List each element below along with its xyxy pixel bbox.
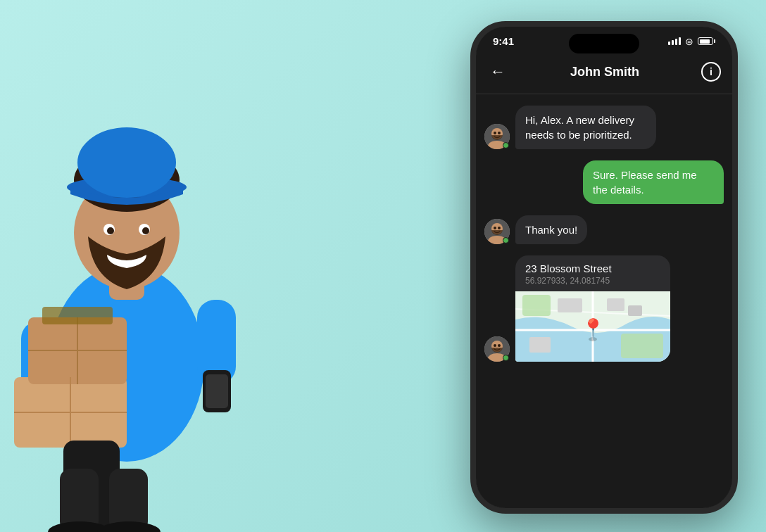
map-pin-icon: 📍 bbox=[581, 317, 605, 341]
svg-point-29 bbox=[494, 132, 496, 134]
signal-bar-4 bbox=[679, 37, 681, 45]
svg-point-33 bbox=[494, 227, 496, 229]
message-bubble-received: Hi, Alex. A new delivery needs to be pri… bbox=[515, 106, 656, 149]
wifi-icon: ⊜ bbox=[685, 36, 693, 47]
message-row: Hi, Alex. A new delivery needs to be pri… bbox=[484, 106, 724, 149]
battery-tip bbox=[714, 39, 715, 43]
info-button[interactable]: i bbox=[701, 62, 721, 82]
svg-point-30 bbox=[498, 132, 501, 134]
avatar bbox=[484, 124, 510, 149]
signal-bar-3 bbox=[675, 39, 677, 45]
message-row-location: 23 Blossom Street 56.927933, 24.081745 bbox=[484, 255, 724, 362]
signal-bar-2 bbox=[672, 40, 674, 45]
phone: 9:41 ⊜ ← John Smi bbox=[470, 21, 738, 514]
message-text: Thank you! bbox=[525, 224, 577, 236]
status-icons: ⊜ bbox=[668, 36, 715, 47]
status-time: 9:41 bbox=[493, 35, 514, 47]
status-bar: 9:41 ⊜ bbox=[476, 27, 732, 53]
svg-rect-21 bbox=[42, 307, 113, 324]
svg-point-34 bbox=[498, 227, 501, 229]
svg-rect-47 bbox=[628, 305, 642, 316]
svg-point-37 bbox=[494, 344, 496, 347]
battery-icon bbox=[698, 37, 715, 45]
online-indicator bbox=[503, 237, 509, 243]
back-button[interactable]: ← bbox=[487, 60, 508, 84]
message-row: Thank you! bbox=[484, 215, 724, 244]
signal-bars-icon bbox=[668, 37, 681, 45]
delivery-person-svg bbox=[0, 25, 317, 532]
svg-rect-48 bbox=[529, 337, 551, 353]
message-bubble-sent: Sure. Please send me the details. bbox=[583, 160, 724, 204]
svg-rect-44 bbox=[621, 334, 663, 358]
svg-rect-45 bbox=[558, 298, 582, 312]
avatar bbox=[484, 336, 510, 362]
location-address: 23 Blossom Street bbox=[525, 262, 660, 274]
online-indicator bbox=[503, 355, 509, 361]
svg-point-9 bbox=[142, 227, 149, 234]
svg-point-38 bbox=[498, 344, 501, 347]
online-indicator bbox=[503, 142, 509, 148]
location-coords: 56.927933, 24.081745 bbox=[525, 276, 660, 286]
battery-body bbox=[698, 37, 713, 45]
message-row-sent: Sure. Please send me the details. bbox=[484, 160, 724, 204]
phone-container: 9:41 ⊜ ← John Smi bbox=[470, 21, 738, 514]
svg-point-8 bbox=[107, 227, 114, 234]
chat-header: ← John Smith i bbox=[476, 53, 732, 94]
message-text: Sure. Please send me the details. bbox=[593, 169, 697, 196]
dynamic-island bbox=[569, 34, 639, 53]
avatar bbox=[484, 219, 510, 244]
location-card[interactable]: 23 Blossom Street 56.927933, 24.081745 bbox=[515, 255, 670, 362]
battery-fill bbox=[700, 39, 710, 44]
chat-title: John Smith bbox=[570, 65, 639, 80]
svg-rect-43 bbox=[522, 295, 551, 316]
svg-rect-14 bbox=[206, 374, 228, 408]
map-preview: 📍 bbox=[515, 291, 670, 362]
message-text: Hi, Alex. A new delivery needs to be pri… bbox=[525, 114, 634, 141]
message-bubble-received: Thank you! bbox=[515, 215, 587, 244]
svg-rect-46 bbox=[607, 298, 624, 311]
signal-bar-1 bbox=[668, 42, 670, 45]
location-info: 23 Blossom Street 56.927933, 24.081745 bbox=[515, 255, 670, 291]
svg-point-5 bbox=[77, 127, 176, 198]
delivery-person-area bbox=[0, 0, 366, 532]
chat-messages: Hi, Alex. A new delivery needs to be pri… bbox=[476, 94, 732, 508]
